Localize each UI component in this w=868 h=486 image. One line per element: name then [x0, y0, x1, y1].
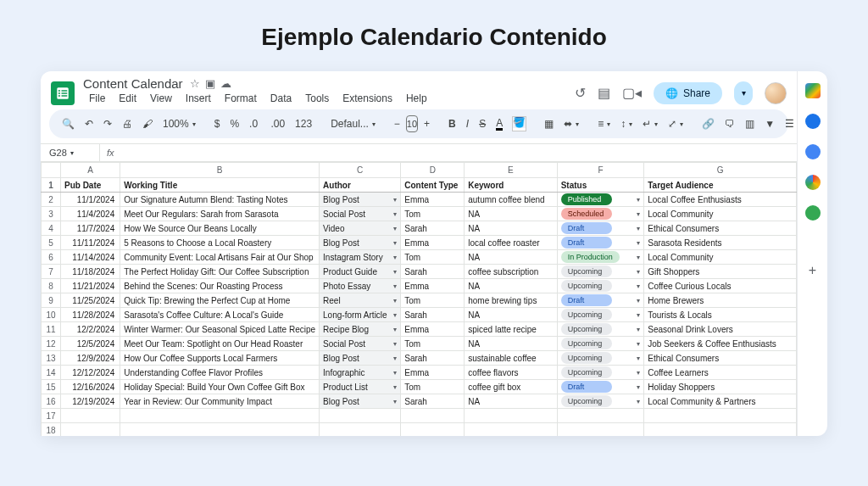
row-header[interactable]: 3: [42, 207, 61, 221]
strikethrough-icon[interactable]: S: [475, 115, 490, 133]
cell-audience[interactable]: Seasonal Drink Lovers: [644, 322, 797, 337]
cell-author-dropdown[interactable]: Blog Post: [320, 193, 401, 207]
percent-icon[interactable]: %: [225, 115, 243, 133]
cell-keyword[interactable]: coffee subscription: [465, 265, 557, 279]
undo-icon[interactable]: ↶: [81, 115, 97, 133]
cell-status-dropdown[interactable]: Upcoming: [557, 322, 644, 337]
cell-title[interactable]: How We Source Our Beans Locally: [120, 221, 320, 236]
tasks-addon-icon[interactable]: [805, 144, 821, 159]
cell-author-dropdown[interactable]: Blog Post: [320, 236, 401, 250]
cell-title[interactable]: The Perfect Holiday Gift: Our Coffee Sub…: [120, 265, 320, 279]
header-cell-e[interactable]: Keyword: [465, 178, 557, 193]
row-header[interactable]: 10: [42, 308, 61, 322]
menu-view[interactable]: View: [144, 91, 178, 106]
cell-audience[interactable]: Coffee Curious Locals: [644, 279, 797, 293]
cell-content-type[interactable]: Tom: [401, 337, 465, 351]
text-color-icon[interactable]: A: [492, 115, 507, 134]
row-header[interactable]: 9: [42, 293, 61, 308]
meet-icon[interactable]: ▢◂: [622, 85, 642, 101]
cell-keyword[interactable]: NA: [465, 394, 557, 409]
cell-status-dropdown[interactable]: Upcoming: [557, 394, 644, 409]
decrease-decimal-icon[interactable]: .0: [245, 115, 264, 133]
cell-status-dropdown[interactable]: In Production: [557, 250, 644, 265]
cell-audience[interactable]: Job Seekers & Coffee Enthusiasts: [644, 337, 797, 351]
header-cell-c[interactable]: Author: [320, 178, 401, 193]
cell-content-type[interactable]: Emma: [401, 236, 465, 250]
row-header[interactable]: 4: [42, 221, 61, 236]
cell-content-type[interactable]: Emma: [401, 322, 465, 337]
empty-cell[interactable]: [644, 423, 797, 437]
cell-keyword[interactable]: NA: [465, 207, 557, 221]
document-title[interactable]: Content Calendar: [83, 76, 183, 91]
halign-icon[interactable]: ≡: [593, 115, 615, 133]
cell-title[interactable]: Understanding Coffee Flavor Profiles: [120, 366, 320, 380]
print-icon[interactable]: 🖨: [118, 115, 136, 133]
menu-file[interactable]: File: [83, 91, 111, 106]
empty-cell[interactable]: [120, 409, 320, 423]
cell-keyword[interactable]: NA: [465, 279, 557, 293]
cell-status-dropdown[interactable]: Draft: [557, 221, 644, 236]
cell-content-type[interactable]: Emma: [401, 193, 465, 207]
row-header[interactable]: 11: [42, 322, 61, 337]
cell-keyword[interactable]: NA: [465, 250, 557, 265]
font-dropdown[interactable]: Defaul...: [326, 115, 380, 133]
cell-content-type[interactable]: Sarah: [401, 394, 465, 409]
row-header[interactable]: 18: [42, 423, 61, 437]
header-cell-a[interactable]: Pub Date: [60, 178, 120, 193]
cell-content-type[interactable]: Emma: [401, 366, 465, 380]
cell-audience[interactable]: Sarasota Residents: [644, 236, 797, 250]
spreadsheet-grid[interactable]: ABCDEFG1Pub DateWorking TitleAuthorConte…: [41, 162, 797, 436]
cell-author-dropdown[interactable]: Instagram Story: [320, 250, 401, 265]
cell-audience[interactable]: Coffee Learners: [644, 366, 797, 380]
cell-author-dropdown[interactable]: Infographic: [320, 366, 401, 380]
cell-pubdate[interactable]: 11/14/2024: [60, 250, 120, 265]
cell-pubdate[interactable]: 11/21/2024: [60, 279, 120, 293]
empty-cell[interactable]: [557, 409, 644, 423]
empty-cell[interactable]: [644, 409, 797, 423]
cell-content-type[interactable]: Sarah: [401, 308, 465, 322]
cell-status-dropdown[interactable]: Draft: [557, 236, 644, 250]
empty-cell[interactable]: [401, 423, 465, 437]
row-header[interactable]: 16: [42, 394, 61, 409]
empty-cell[interactable]: [320, 409, 401, 423]
sheets-app-icon[interactable]: [51, 81, 75, 105]
row-header[interactable]: 6: [42, 250, 61, 265]
row-header[interactable]: 2: [42, 193, 61, 207]
cell-pubdate[interactable]: 12/5/2024: [60, 337, 120, 351]
cell-keyword[interactable]: spiced latte recipe: [465, 322, 557, 337]
cell-pubdate[interactable]: 11/28/2024: [60, 308, 120, 322]
move-icon[interactable]: ▣: [205, 77, 215, 90]
cell-pubdate[interactable]: 11/18/2024: [60, 265, 120, 279]
row-header[interactable]: 14: [42, 366, 61, 380]
cell-pubdate[interactable]: 11/11/2024: [60, 236, 120, 250]
chart-icon[interactable]: ▥: [741, 115, 759, 133]
cell-title[interactable]: Year in Review: Our Community Impact: [120, 394, 320, 409]
cell-keyword[interactable]: NA: [465, 308, 557, 322]
currency-icon[interactable]: $: [210, 115, 225, 133]
cell-audience[interactable]: Local Coffee Enthusiasts: [644, 193, 797, 207]
calendar-addon-icon[interactable]: [805, 83, 821, 98]
cell-audience[interactable]: Gift Shoppers: [644, 265, 797, 279]
header-cell-f[interactable]: Status: [557, 178, 644, 193]
cloud-status-icon[interactable]: ☁: [220, 77, 231, 90]
cell-title[interactable]: Behind the Scenes: Our Roasting Process: [120, 279, 320, 293]
row-header[interactable]: 1: [42, 178, 61, 193]
menu-tools[interactable]: Tools: [299, 91, 335, 106]
borders-icon[interactable]: ▦: [540, 115, 558, 133]
row-header[interactable]: 5: [42, 236, 61, 250]
cell-author-dropdown[interactable]: Social Post: [320, 207, 401, 221]
cell-keyword[interactable]: home brewing tips: [465, 293, 557, 308]
cell-audience[interactable]: Local Community: [644, 207, 797, 221]
cell-author-dropdown[interactable]: Recipe Blog: [320, 322, 401, 337]
cell-pubdate[interactable]: 11/7/2024: [60, 221, 120, 236]
increase-decimal-icon[interactable]: .00: [266, 115, 289, 133]
cell-audience[interactable]: Tourists & Locals: [644, 308, 797, 322]
cell-pubdate[interactable]: 12/12/2024: [60, 366, 120, 380]
empty-cell[interactable]: [60, 409, 120, 423]
search-menus-icon[interactable]: 🔍: [58, 115, 79, 133]
cell-keyword[interactable]: coffee gift box: [465, 380, 557, 394]
cell-status-dropdown[interactable]: Upcoming: [557, 308, 644, 322]
cell-status-dropdown[interactable]: Upcoming: [557, 337, 644, 351]
contacts-addon-icon[interactable]: [805, 175, 821, 190]
row-header[interactable]: 7: [42, 265, 61, 279]
